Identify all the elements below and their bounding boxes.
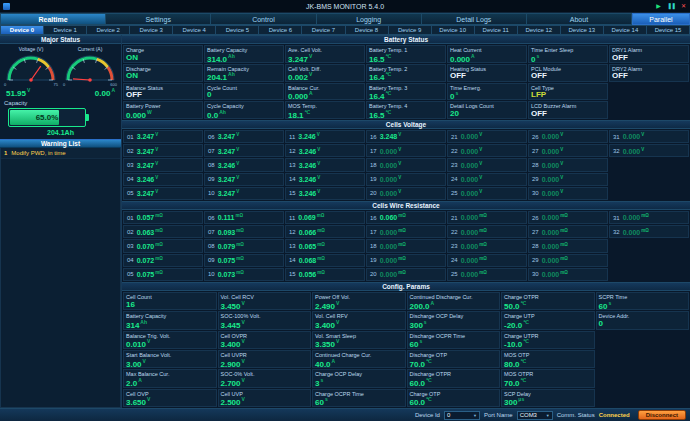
cell-value: 0.060mΩ xyxy=(380,213,406,221)
device-tab-6[interactable]: Device 6 xyxy=(259,25,302,35)
device-tab-11[interactable]: Device 11 xyxy=(475,25,518,35)
menu-tab-about[interactable]: About xyxy=(527,13,632,25)
menu-tab-realtime[interactable]: Realtime xyxy=(0,13,106,25)
device-tab-0[interactable]: Device 0 xyxy=(0,25,44,35)
warning-index: 1 xyxy=(4,150,7,156)
disconnect-button[interactable]: Disconnect xyxy=(638,410,686,420)
device-tab-7[interactable]: Device 7 xyxy=(302,25,345,35)
status-field-cell-volt-diff: Cell Volt. Diff.0.002V xyxy=(285,64,365,82)
field-value: 0.010V xyxy=(126,339,214,349)
menu-tab-detail-logs[interactable]: Detail Logs xyxy=(422,13,527,25)
cell-value: 0.000mΩ xyxy=(542,213,568,221)
cell-index: 30 xyxy=(532,271,539,277)
field-value: LFP xyxy=(531,91,605,100)
cell-voltage-21: 210.000V xyxy=(447,130,527,143)
field-value: 60s xyxy=(410,339,498,349)
device-tab-10[interactable]: Device 10 xyxy=(432,25,475,35)
device-tab-1[interactable]: Device 1 xyxy=(44,25,87,35)
device-tab-2[interactable]: Device 2 xyxy=(87,25,130,35)
device-tab-12[interactable]: Device 12 xyxy=(518,25,561,35)
config-field-device-addr: Device Addr.0 xyxy=(596,311,690,329)
status-field-time-enter-sleep: Time Enter Sleep0s xyxy=(528,45,608,63)
cell-value: 0.075mΩ xyxy=(218,256,244,264)
cell-index: 17 xyxy=(370,148,377,154)
field-value: 2.700V xyxy=(221,378,309,388)
chevron-down-icon: ▼ xyxy=(473,413,477,418)
device-id-select[interactable]: 0 ▼ xyxy=(444,411,480,420)
device-tab-5[interactable]: Device 5 xyxy=(216,25,259,35)
field-value: 0.000W xyxy=(126,110,200,119)
device-tab-9[interactable]: Device 9 xyxy=(389,25,432,35)
title-bar: JK-BMS MONITOR 5.4.0 ▶ ❚❚ ✕ xyxy=(0,0,690,13)
menu-tab-logging[interactable]: Logging xyxy=(317,13,422,25)
config-field-discharge-ocpr-time: Discharge OCPR Time60s xyxy=(407,331,501,349)
cell-resistance-22: 220.000mΩ xyxy=(447,225,527,238)
current-gauge: Current (A) 0 xyxy=(62,46,118,87)
device-tab-4[interactable]: Device 4 xyxy=(173,25,216,35)
cell-index: 14 xyxy=(289,257,296,263)
device-tab-8[interactable]: Device 8 xyxy=(346,25,389,35)
close-icon[interactable]: ✕ xyxy=(681,3,686,9)
cell-value: 0.000V xyxy=(461,189,483,197)
wire-resistance-grid: 010.057mΩ020.063mΩ030.070mΩ040.072mΩ050.… xyxy=(122,210,690,282)
cell-index: 03 xyxy=(127,243,134,249)
device-tab-13[interactable]: Device 13 xyxy=(561,25,604,35)
cell-value: 3.247V xyxy=(218,175,240,183)
cell-voltage-07: 073.247V xyxy=(204,144,284,157)
field-label: Cell UVP xyxy=(221,391,309,398)
cell-index: 25 xyxy=(451,271,458,277)
status-field-heating-status: Heating StatusOFF xyxy=(447,64,527,82)
cell-resistance-20: 200.000mΩ xyxy=(366,268,446,281)
config-field-charge-otpr: Charge OTPR50.0℃ xyxy=(501,292,595,310)
cell-index: 30 xyxy=(532,190,539,196)
chevron-down-icon: ▼ xyxy=(546,413,550,418)
cell-value: 3.246V xyxy=(218,161,240,169)
capacity-percent: 65.0% xyxy=(9,109,85,126)
port-name-select[interactable]: COM3 ▼ xyxy=(517,411,553,420)
device-id-label: Device Id xyxy=(415,412,440,418)
cell-value: 0.000mΩ xyxy=(461,256,487,264)
cell-voltage-19: 190.000V xyxy=(366,173,446,186)
cell-index: 16 xyxy=(370,134,377,140)
cell-index: 22 xyxy=(451,148,458,154)
device-tab-15[interactable]: Device 15 xyxy=(647,25,690,35)
device-tab-3[interactable]: Device 3 xyxy=(130,25,173,35)
config-field-cell-count: Cell Count16 xyxy=(123,292,217,310)
capacity-label: Capacity xyxy=(0,98,121,107)
status-field-balance-cur: Balance Cur.0.000A xyxy=(285,83,365,101)
field-value: 16 xyxy=(126,301,214,310)
config-field-soc-0-volt: SOC-0% Volt.2.700V xyxy=(218,369,312,387)
cell-resistance-04: 040.072mΩ xyxy=(123,254,203,267)
parallel-button[interactable]: Parallel xyxy=(632,13,690,25)
pause-icon[interactable]: ❚❚ xyxy=(667,3,675,9)
cell-index: 02 xyxy=(127,229,134,235)
field-label: Balance Cur. xyxy=(288,85,362,92)
play-icon[interactable]: ▶ xyxy=(656,3,661,9)
cell-value: 0.000V xyxy=(623,132,645,140)
voltage-gauge: Voltage (V) 0 xyxy=(3,46,59,87)
cell-value: 0.000mΩ xyxy=(542,270,568,278)
field-value: 3.650V xyxy=(126,397,214,407)
current-readout-unit: A xyxy=(111,87,115,93)
cell-resistance-19: 190.000mΩ xyxy=(366,254,446,267)
cell-value: 0.000mΩ xyxy=(461,228,487,236)
cell-value: 0.000V xyxy=(461,132,483,140)
field-label: MOS Temp. xyxy=(288,103,362,110)
field-label: Charge OCP Delay xyxy=(315,371,403,378)
comm-status-label: Comm. Status xyxy=(557,412,595,418)
cell-value: 0.000V xyxy=(380,175,402,183)
cell-value: 0.070mΩ xyxy=(137,242,163,250)
voltage-gauge-min: 0 xyxy=(4,82,6,87)
cell-value: 3.247V xyxy=(218,189,240,197)
cell-voltage-15: 153.246V xyxy=(285,187,365,200)
device-tab-bar: Device 0Device 1Device 2Device 3Device 4… xyxy=(0,25,690,35)
field-value: 0s xyxy=(531,54,605,63)
cell-index: 05 xyxy=(127,271,134,277)
menu-tab-settings[interactable]: Settings xyxy=(106,13,211,25)
cell-resistance-08: 080.079mΩ xyxy=(204,239,284,252)
device-tab-14[interactable]: Device 14 xyxy=(604,25,647,35)
field-value: 204.1Ah xyxy=(207,72,281,81)
config-field-scp-delay: SCP Delay300μs xyxy=(501,389,595,407)
field-value: OFF xyxy=(531,72,605,81)
menu-tab-control[interactable]: Control xyxy=(211,13,316,25)
